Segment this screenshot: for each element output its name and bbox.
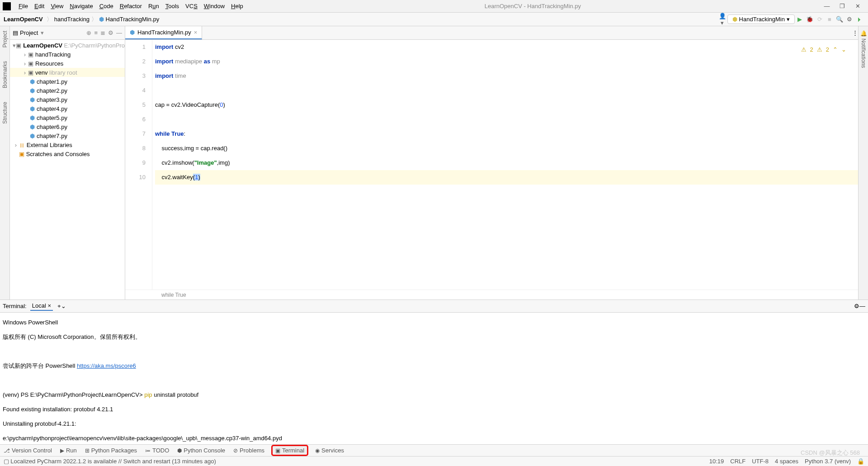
debug-button[interactable]: 🐞 (805, 16, 815, 23)
terminal-tab[interactable]: Local × (30, 301, 53, 311)
user-icon[interactable]: 👤▾ (717, 13, 727, 26)
right-toolbar: 🔔 Notifications (858, 26, 868, 300)
maximize-button[interactable]: ❐ (835, 3, 850, 10)
terminal-gear-icon[interactable]: ⚙ (854, 303, 859, 309)
menu-help[interactable]: Help (228, 3, 246, 10)
menu-vcs[interactable]: VCS (182, 3, 201, 10)
structure-stripe[interactable]: Structure (2, 102, 8, 124)
collapse-icon[interactable]: ≣ (100, 29, 105, 36)
coverage-button[interactable]: ⟳ (815, 16, 825, 23)
menu-code[interactable]: Code (96, 3, 117, 10)
python-packages-tab[interactable]: ⊞ Python Packages (85, 447, 137, 454)
settings-icon[interactable]: ⚙ (844, 16, 854, 23)
editor-tab[interactable]: ⬢ HandTrackingMin.py × (125, 26, 202, 39)
menu-run[interactable]: Run (145, 3, 162, 10)
tree-file[interactable]: ⬢chapter4.py (10, 104, 125, 113)
lock-icon[interactable]: 🔒 (857, 458, 864, 465)
run-button[interactable]: ▶ (795, 16, 805, 23)
left-toolbar: Project Bookmarks Structure (0, 26, 10, 300)
minimize-button[interactable]: — (819, 3, 835, 10)
navigation-bar: LearnOpenCV 〉 handTracking 〉 ⬢ HandTrack… (0, 13, 868, 26)
stop-button[interactable]: ■ (825, 16, 835, 23)
version-control-tab[interactable]: ⎇ Version Control (4, 447, 52, 454)
terminal-hide-icon[interactable]: — (859, 303, 865, 309)
python-console-tab[interactable]: ⬢ Python Console (177, 447, 225, 454)
editor-area: ⬢ HandTrackingMin.py × ⋮ 12345678910 ⚠2 … (125, 26, 858, 300)
bookmarks-stripe[interactable]: Bookmarks (2, 61, 8, 88)
tree-file[interactable]: ⬢chapter7.py (10, 131, 125, 140)
tree-file[interactable]: ⬢chapter6.py (10, 122, 125, 131)
problems-tab[interactable]: ⊘ Problems (233, 447, 264, 454)
warning-icon: ⚠ (801, 43, 807, 57)
project-stripe[interactable]: Project (2, 31, 8, 48)
search-icon[interactable]: 🔍 (835, 16, 844, 23)
tree-file[interactable]: ⬢chapter5.py (10, 113, 125, 122)
notifications-stripe[interactable]: Notifications (860, 38, 867, 68)
terminal-tab-button[interactable]: ▣ Terminal (273, 446, 307, 455)
breadcrumb-file[interactable]: HandTrackingMin.py (106, 16, 160, 23)
breadcrumb-folder[interactable]: handTracking (54, 16, 90, 23)
menu-file[interactable]: File (15, 3, 31, 10)
terminal-panel: Terminal: Local × + ⌄ ⚙ — Windows PowerS… (0, 300, 868, 444)
bottom-toolbar: ⎇ Version Control ▶ Run ⊞ Python Package… (0, 444, 868, 456)
menu-window[interactable]: Window (201, 3, 228, 10)
services-tab[interactable]: ◉ Services (315, 447, 344, 454)
menu-bar: File Edit View Navigate Code Refactor Ru… (0, 0, 868, 13)
project-tree[interactable]: ▾▣LearnOpenCV E:\PyCharm\PythonPro ›▣han… (10, 40, 125, 300)
caret-position[interactable]: 10:19 (709, 458, 724, 465)
terminal-dropdown-icon[interactable]: ⌄ (61, 303, 66, 309)
window-title: LearnOpenCV - HandTrackingMin.py (246, 3, 819, 10)
editor-breadcrumb[interactable]: while True (125, 290, 858, 300)
notifications-icon[interactable]: 🔔 (860, 30, 867, 37)
code-editor[interactable]: 12345678910 ⚠2 ⚠2 ⌃⌄ import cv2import me… (125, 40, 858, 290)
status-message[interactable]: Localized PyCharm 2022.1.2 is available … (10, 458, 216, 465)
interpreter[interactable]: Python 3.7 (venv) (805, 458, 851, 465)
expand-icon[interactable]: ≡ (94, 29, 98, 36)
hide-icon[interactable]: — (116, 29, 122, 36)
menu-tools[interactable]: Tools (162, 3, 182, 10)
close-tab-icon[interactable]: × (194, 29, 198, 36)
project-label: Project (20, 29, 38, 36)
run-config-selector[interactable]: ⬢ HandTrackingMin▾ (727, 14, 795, 24)
close-button[interactable]: ✕ (850, 3, 865, 10)
warning-icon: ⚠ (817, 43, 822, 57)
tree-file[interactable]: ⬢chapter3.py (10, 95, 125, 104)
tree-file[interactable]: ⬢chapter1.py (10, 77, 125, 86)
status-icon: ▢ (4, 458, 9, 465)
menu-refactor[interactable]: Refactor (117, 3, 145, 10)
line-ending[interactable]: CRLF (730, 458, 745, 465)
terminal-label: Terminal: (3, 303, 27, 309)
terminal-output[interactable]: Windows PowerShell版权所有 (C) Microsoft Cor… (0, 313, 868, 444)
tab-menu-icon[interactable]: ⋮ (852, 29, 858, 36)
tree-file[interactable]: ⬢chapter2.py (10, 86, 125, 95)
file-encoding[interactable]: UTF-8 (752, 458, 769, 465)
menu-edit[interactable]: Edit (31, 3, 47, 10)
breadcrumb-root[interactable]: LearnOpenCV (4, 16, 43, 23)
run-anything-icon[interactable]: ⏵ (854, 16, 864, 23)
menu-navigate[interactable]: Navigate (66, 3, 96, 10)
folder-icon: ▤ (13, 29, 18, 36)
new-terminal-icon[interactable]: + (57, 303, 61, 309)
menu-view[interactable]: View (47, 3, 66, 10)
gear-icon[interactable]: ⚙ (108, 29, 113, 36)
inspection-widget[interactable]: ⚠2 ⚠2 ⌃⌄ (801, 43, 846, 57)
project-panel: ▤ Project ▾ ⊕ ≡ ≣ ⚙ — ▾▣LearnOpenCV E:\P… (10, 26, 125, 300)
indent-setting[interactable]: 4 spaces (775, 458, 798, 465)
locate-icon[interactable]: ⊕ (86, 29, 91, 36)
todo-tab[interactable]: ≔ TODO (145, 447, 169, 454)
run-tab[interactable]: ▶ Run (60, 447, 77, 454)
app-logo-icon (3, 2, 11, 10)
status-bar: ▢ Localized PyCharm 2022.1.2 is availabl… (0, 456, 868, 466)
